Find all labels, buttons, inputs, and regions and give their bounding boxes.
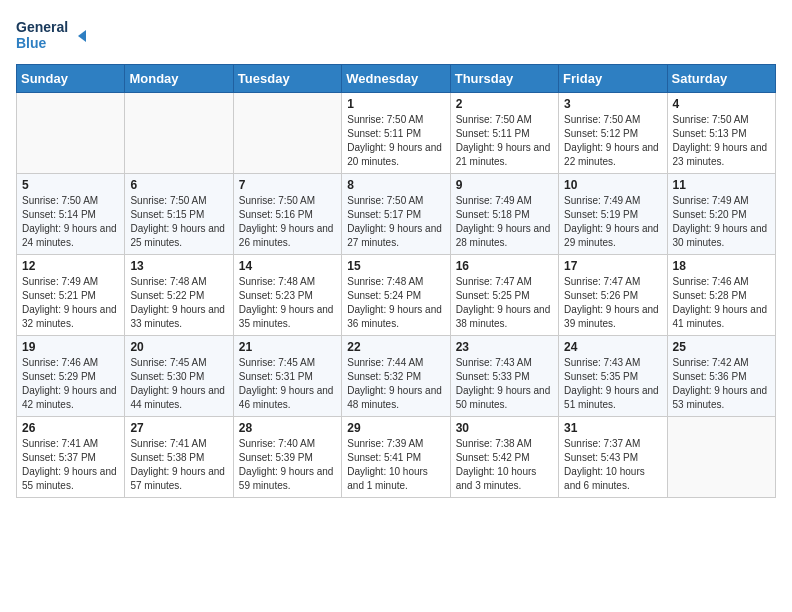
calendar-cell: 4Sunrise: 7:50 AMSunset: 5:13 PMDaylight… <box>667 93 775 174</box>
svg-marker-2 <box>78 30 86 42</box>
day-number: 2 <box>456 97 553 111</box>
calendar-cell <box>17 93 125 174</box>
calendar-cell: 24Sunrise: 7:43 AMSunset: 5:35 PMDayligh… <box>559 336 667 417</box>
day-number: 18 <box>673 259 770 273</box>
day-info: Sunrise: 7:43 AMSunset: 5:33 PMDaylight:… <box>456 356 553 412</box>
calendar-table: SundayMondayTuesdayWednesdayThursdayFrid… <box>16 64 776 498</box>
day-info: Sunrise: 7:41 AMSunset: 5:37 PMDaylight:… <box>22 437 119 493</box>
day-number: 13 <box>130 259 227 273</box>
day-info: Sunrise: 7:47 AMSunset: 5:26 PMDaylight:… <box>564 275 661 331</box>
day-info: Sunrise: 7:37 AMSunset: 5:43 PMDaylight:… <box>564 437 661 493</box>
calendar-cell: 2Sunrise: 7:50 AMSunset: 5:11 PMDaylight… <box>450 93 558 174</box>
day-info: Sunrise: 7:50 AMSunset: 5:16 PMDaylight:… <box>239 194 336 250</box>
calendar-cell: 12Sunrise: 7:49 AMSunset: 5:21 PMDayligh… <box>17 255 125 336</box>
day-number: 4 <box>673 97 770 111</box>
calendar-cell: 6Sunrise: 7:50 AMSunset: 5:15 PMDaylight… <box>125 174 233 255</box>
day-info: Sunrise: 7:48 AMSunset: 5:24 PMDaylight:… <box>347 275 444 331</box>
day-number: 26 <box>22 421 119 435</box>
day-number: 1 <box>347 97 444 111</box>
calendar-cell: 26Sunrise: 7:41 AMSunset: 5:37 PMDayligh… <box>17 417 125 498</box>
day-info: Sunrise: 7:41 AMSunset: 5:38 PMDaylight:… <box>130 437 227 493</box>
day-info: Sunrise: 7:49 AMSunset: 5:18 PMDaylight:… <box>456 194 553 250</box>
calendar-cell: 31Sunrise: 7:37 AMSunset: 5:43 PMDayligh… <box>559 417 667 498</box>
day-info: Sunrise: 7:50 AMSunset: 5:13 PMDaylight:… <box>673 113 770 169</box>
day-number: 17 <box>564 259 661 273</box>
day-number: 23 <box>456 340 553 354</box>
calendar-cell: 3Sunrise: 7:50 AMSunset: 5:12 PMDaylight… <box>559 93 667 174</box>
calendar-cell: 15Sunrise: 7:48 AMSunset: 5:24 PMDayligh… <box>342 255 450 336</box>
day-number: 9 <box>456 178 553 192</box>
day-number: 24 <box>564 340 661 354</box>
weekday-header: Sunday <box>17 65 125 93</box>
calendar-cell: 13Sunrise: 7:48 AMSunset: 5:22 PMDayligh… <box>125 255 233 336</box>
calendar-cell: 8Sunrise: 7:50 AMSunset: 5:17 PMDaylight… <box>342 174 450 255</box>
calendar-cell: 21Sunrise: 7:45 AMSunset: 5:31 PMDayligh… <box>233 336 341 417</box>
day-number: 14 <box>239 259 336 273</box>
day-info: Sunrise: 7:49 AMSunset: 5:20 PMDaylight:… <box>673 194 770 250</box>
logo: General Blue <box>16 16 96 56</box>
day-info: Sunrise: 7:40 AMSunset: 5:39 PMDaylight:… <box>239 437 336 493</box>
calendar-week-row: 5Sunrise: 7:50 AMSunset: 5:14 PMDaylight… <box>17 174 776 255</box>
day-number: 16 <box>456 259 553 273</box>
day-info: Sunrise: 7:48 AMSunset: 5:23 PMDaylight:… <box>239 275 336 331</box>
day-info: Sunrise: 7:50 AMSunset: 5:15 PMDaylight:… <box>130 194 227 250</box>
calendar-cell: 29Sunrise: 7:39 AMSunset: 5:41 PMDayligh… <box>342 417 450 498</box>
day-info: Sunrise: 7:47 AMSunset: 5:25 PMDaylight:… <box>456 275 553 331</box>
day-info: Sunrise: 7:49 AMSunset: 5:19 PMDaylight:… <box>564 194 661 250</box>
calendar-cell: 25Sunrise: 7:42 AMSunset: 5:36 PMDayligh… <box>667 336 775 417</box>
calendar-cell: 23Sunrise: 7:43 AMSunset: 5:33 PMDayligh… <box>450 336 558 417</box>
day-number: 28 <box>239 421 336 435</box>
calendar-cell: 27Sunrise: 7:41 AMSunset: 5:38 PMDayligh… <box>125 417 233 498</box>
day-number: 12 <box>22 259 119 273</box>
day-number: 19 <box>22 340 119 354</box>
day-number: 3 <box>564 97 661 111</box>
calendar-week-row: 1Sunrise: 7:50 AMSunset: 5:11 PMDaylight… <box>17 93 776 174</box>
calendar-cell: 9Sunrise: 7:49 AMSunset: 5:18 PMDaylight… <box>450 174 558 255</box>
weekday-header-row: SundayMondayTuesdayWednesdayThursdayFrid… <box>17 65 776 93</box>
svg-text:General: General <box>16 19 68 35</box>
day-number: 15 <box>347 259 444 273</box>
day-number: 8 <box>347 178 444 192</box>
calendar-week-row: 19Sunrise: 7:46 AMSunset: 5:29 PMDayligh… <box>17 336 776 417</box>
day-info: Sunrise: 7:45 AMSunset: 5:30 PMDaylight:… <box>130 356 227 412</box>
day-info: Sunrise: 7:42 AMSunset: 5:36 PMDaylight:… <box>673 356 770 412</box>
calendar-cell: 19Sunrise: 7:46 AMSunset: 5:29 PMDayligh… <box>17 336 125 417</box>
weekday-header: Thursday <box>450 65 558 93</box>
day-number: 31 <box>564 421 661 435</box>
calendar-cell <box>233 93 341 174</box>
calendar-week-row: 12Sunrise: 7:49 AMSunset: 5:21 PMDayligh… <box>17 255 776 336</box>
weekday-header: Tuesday <box>233 65 341 93</box>
day-info: Sunrise: 7:44 AMSunset: 5:32 PMDaylight:… <box>347 356 444 412</box>
day-info: Sunrise: 7:48 AMSunset: 5:22 PMDaylight:… <box>130 275 227 331</box>
logo-svg: General Blue <box>16 16 96 56</box>
day-info: Sunrise: 7:45 AMSunset: 5:31 PMDaylight:… <box>239 356 336 412</box>
day-number: 7 <box>239 178 336 192</box>
day-info: Sunrise: 7:50 AMSunset: 5:12 PMDaylight:… <box>564 113 661 169</box>
day-number: 29 <box>347 421 444 435</box>
calendar-week-row: 26Sunrise: 7:41 AMSunset: 5:37 PMDayligh… <box>17 417 776 498</box>
day-info: Sunrise: 7:50 AMSunset: 5:11 PMDaylight:… <box>347 113 444 169</box>
calendar-cell: 30Sunrise: 7:38 AMSunset: 5:42 PMDayligh… <box>450 417 558 498</box>
calendar-cell: 18Sunrise: 7:46 AMSunset: 5:28 PMDayligh… <box>667 255 775 336</box>
day-info: Sunrise: 7:50 AMSunset: 5:14 PMDaylight:… <box>22 194 119 250</box>
day-number: 21 <box>239 340 336 354</box>
page-header: General Blue <box>16 16 776 56</box>
day-info: Sunrise: 7:50 AMSunset: 5:11 PMDaylight:… <box>456 113 553 169</box>
day-number: 5 <box>22 178 119 192</box>
calendar-cell: 20Sunrise: 7:45 AMSunset: 5:30 PMDayligh… <box>125 336 233 417</box>
weekday-header: Monday <box>125 65 233 93</box>
calendar-cell: 11Sunrise: 7:49 AMSunset: 5:20 PMDayligh… <box>667 174 775 255</box>
day-number: 11 <box>673 178 770 192</box>
day-info: Sunrise: 7:50 AMSunset: 5:17 PMDaylight:… <box>347 194 444 250</box>
day-info: Sunrise: 7:38 AMSunset: 5:42 PMDaylight:… <box>456 437 553 493</box>
calendar-cell: 1Sunrise: 7:50 AMSunset: 5:11 PMDaylight… <box>342 93 450 174</box>
calendar-cell: 5Sunrise: 7:50 AMSunset: 5:14 PMDaylight… <box>17 174 125 255</box>
day-info: Sunrise: 7:43 AMSunset: 5:35 PMDaylight:… <box>564 356 661 412</box>
svg-text:Blue: Blue <box>16 35 47 51</box>
weekday-header: Wednesday <box>342 65 450 93</box>
day-number: 25 <box>673 340 770 354</box>
calendar-cell: 28Sunrise: 7:40 AMSunset: 5:39 PMDayligh… <box>233 417 341 498</box>
calendar-cell <box>667 417 775 498</box>
day-info: Sunrise: 7:39 AMSunset: 5:41 PMDaylight:… <box>347 437 444 493</box>
calendar-cell: 10Sunrise: 7:49 AMSunset: 5:19 PMDayligh… <box>559 174 667 255</box>
